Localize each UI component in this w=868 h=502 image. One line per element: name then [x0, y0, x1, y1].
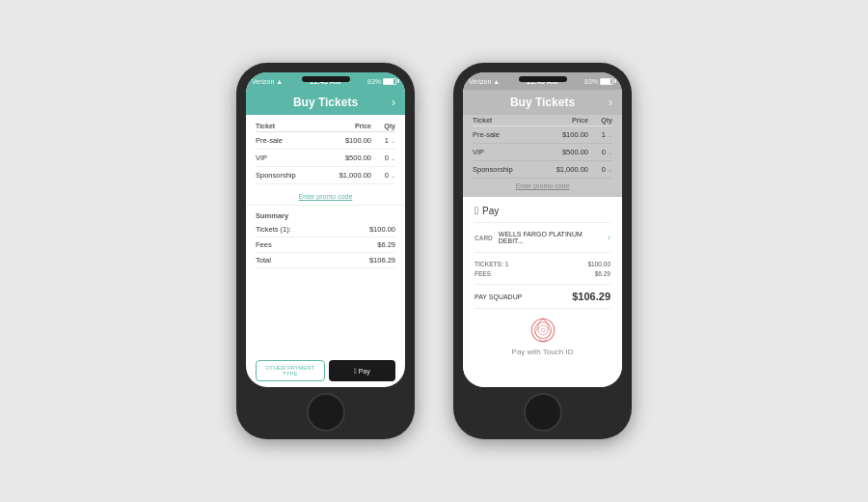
wifi-icon-1: ▲ [276, 78, 283, 85]
ticket-qty-2-2: 0 ⌄ [588, 148, 612, 156]
battery-text-1: 83% [367, 78, 381, 85]
summary-total-value: $106.29 [369, 256, 395, 265]
apple-pay-label: Pay [359, 368, 370, 375]
table-header-1: Ticket Price Qty [256, 121, 395, 132]
col-header-price-2: Price [550, 117, 588, 124]
summary-tickets-label: Tickets (1): [256, 225, 291, 234]
apple-pay-line-items: TICKETS: 1 $100.00 FEES $6.29 [475, 253, 610, 285]
apple-logo-icon:  [354, 367, 357, 376]
ticket-name-2-2: VIP [473, 148, 550, 156]
other-payment-button[interactable]: OTHER PAYMENT TYPE [256, 360, 325, 381]
summary-row-total: Total $106.29 [256, 253, 395, 268]
card-name-line2: DEBIT... [499, 237, 608, 244]
qty-chevron-1-1: ⌄ [391, 137, 395, 144]
ticket-table-1: Ticket Price Qty Pre-sale $100.00 1 ⌄ VI… [246, 115, 405, 188]
ticket-row-2-2: VIP $500.00 0 ⌄ [473, 144, 612, 161]
col-header-price-1: Price [333, 123, 371, 129]
ticket-row-2-3: Sponsorship $1,000.00 0 ⌄ [473, 161, 612, 179]
wifi-icon-2: ▲ [493, 78, 500, 85]
ticket-name-2-3: Sponsorship [473, 165, 550, 174]
total-amount: $106.29 [572, 291, 610, 302]
time-1: 11:43 AM [310, 77, 341, 86]
carrier-text-2: Verizon [469, 78, 491, 85]
col-header-ticket-1: Ticket [256, 123, 333, 129]
apple-pay-overlay:  Pay CARD WELLS FARGO PLATINUM DEBIT...… [463, 197, 622, 387]
screen-content-1: Ticket Price Qty Pre-sale $100.00 1 ⌄ VI… [246, 115, 405, 387]
card-name-line1: WELLS FARGO PLATINUM [499, 231, 608, 237]
ticket-row-1-1: Pre-sale $100.00 1 ⌄ [256, 132, 395, 150]
header-title-2: Buy Tickets [510, 96, 575, 109]
header-chevron-1: › [392, 96, 395, 109]
ticket-price-1-2: $500.00 [333, 153, 371, 162]
card-info: WELLS FARGO PLATINUM DEBIT... [499, 231, 608, 244]
time-2: 11:45 AM [527, 77, 558, 86]
status-bar-1: Verizon ▲ 11:43 AM 83% [246, 72, 405, 90]
ticket-price-2-3: $1,000.00 [550, 165, 588, 174]
ticket-qty-1-1[interactable]: 1 ⌄ [371, 136, 395, 145]
promo-link-1[interactable]: Enter promo code [246, 188, 405, 206]
line-tickets-value: $100.00 [588, 261, 611, 267]
line-item-fees: FEES $6.29 [475, 268, 610, 278]
apple-pay-total-row: PAY SQUADUP $106.29 [475, 285, 610, 309]
status-bar-left-1: Verizon ▲ [252, 78, 283, 85]
apple-pay-card-row[interactable]: CARD WELLS FARGO PLATINUM DEBIT... › [475, 223, 610, 253]
ticket-qty-1-2[interactable]: 0 ⌄ [371, 153, 395, 162]
payment-buttons-1: OTHER PAYMENT TYPE  Pay [246, 354, 405, 387]
summary-label-1: Summary [256, 209, 395, 222]
ticket-price-2-2: $500.00 [550, 148, 588, 156]
svg-point-2 [537, 325, 547, 335]
line-tickets-label: TICKETS: 1 [475, 261, 508, 267]
summary-row-fees: Fees $6.29 [256, 237, 395, 253]
phone-1-screen: Verizon ▲ 11:43 AM 83% Buy Tickets › Tic… [246, 72, 405, 387]
apple-pay-button[interactable]:  Pay [329, 360, 396, 381]
header-2: Buy Tickets › [463, 90, 622, 115]
header-chevron-2: › [609, 96, 612, 109]
ticket-qty-1-3[interactable]: 0 ⌄ [371, 171, 395, 180]
ticket-name-1-3: Sponsorship [256, 171, 333, 180]
battery-text-2: 83% [584, 78, 598, 85]
col-header-qty-1: Qty [371, 123, 395, 129]
ticket-row-2-1: Pre-sale $100.00 1 ⌄ [473, 126, 612, 144]
battery-icon-2 [600, 78, 616, 85]
summary-tickets-value: $100.00 [369, 225, 395, 234]
phone-1: Verizon ▲ 11:43 AM 83% Buy Tickets › Tic… [236, 63, 415, 439]
ticket-row-1-3: Sponsorship $1,000.00 0 ⌄ [256, 167, 395, 184]
line-fees-value: $6.29 [595, 270, 610, 277]
ticket-name-1-2: VIP [256, 153, 333, 162]
promo-link-2[interactable]: Enter promo code [473, 179, 612, 193]
card-label: CARD [475, 235, 493, 241]
summary-fees-value: $6.29 [377, 240, 395, 249]
qty-chevron-1-3: ⌄ [391, 172, 395, 179]
phone-2-screen: Verizon ▲ 11:45 AM 83% Buy Tickets › Tic… [463, 72, 622, 387]
card-chevron-icon: › [608, 233, 610, 242]
ticket-name-1-1: Pre-sale [256, 136, 333, 145]
col-header-ticket-2: Ticket [473, 117, 550, 124]
apple-pay-title: Pay [482, 206, 499, 216]
col-header-qty-2: Qty [588, 117, 612, 124]
svg-point-3 [541, 328, 545, 332]
qty-chevron-1-2: ⌄ [391, 154, 395, 161]
status-bar-2: Verizon ▲ 11:45 AM 83% [463, 72, 622, 90]
summary-fees-label: Fees [256, 240, 272, 249]
touch-id-section[interactable]: Pay with Touch ID [475, 309, 610, 360]
battery-icon-1 [383, 78, 399, 85]
ticket-row-1-2: VIP $500.00 0 ⌄ [256, 150, 395, 167]
line-fees-label: FEES [475, 270, 491, 277]
phone-2: Verizon ▲ 11:45 AM 83% Buy Tickets › Tic… [453, 63, 632, 439]
summary-section-1: Summary Tickets (1): $100.00 Fees $6.29 … [246, 206, 405, 272]
summary-row-tickets: Tickets (1): $100.00 [256, 222, 395, 237]
status-bar-right-2: 83% [584, 78, 616, 85]
ticket-price-1-1: $100.00 [333, 136, 371, 145]
table-header-2: Ticket Price Qty [473, 115, 612, 126]
total-label: PAY SQUADUP [475, 293, 522, 300]
apple-pay-icon:  [475, 205, 478, 216]
ticket-qty-2-3: 0 ⌄ [588, 165, 612, 174]
ticket-qty-2-1: 1 ⌄ [588, 130, 612, 139]
fingerprint-icon [529, 317, 556, 344]
header-1: Buy Tickets › [246, 90, 405, 115]
header-title-1: Buy Tickets [293, 96, 358, 109]
apple-pay-title-row:  Pay [475, 205, 610, 223]
line-item-tickets: TICKETS: 1 $100.00 [475, 259, 610, 268]
ticket-price-2-1: $100.00 [550, 130, 588, 139]
carrier-text-1: Verizon [252, 78, 274, 85]
